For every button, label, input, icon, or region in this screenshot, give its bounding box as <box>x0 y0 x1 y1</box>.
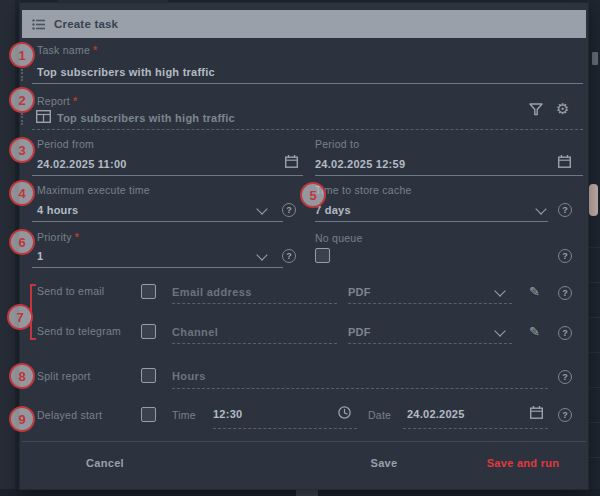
send-email-checkbox[interactable] <box>141 284 156 299</box>
report-underline <box>32 129 583 130</box>
max-execute-time-label: Maximum execute time <box>37 184 150 196</box>
period-from-underline <box>32 175 303 176</box>
period-from-label: Period from <box>37 138 94 150</box>
priority-underline <box>32 267 283 268</box>
channel-underline <box>172 343 337 344</box>
background-row-line <box>588 317 600 318</box>
max-execute-underline <box>32 221 283 222</box>
period-to-label: Period to <box>315 138 359 150</box>
telegram-format-select[interactable]: PDF <box>348 326 371 338</box>
split-report-checkbox[interactable] <box>141 368 156 383</box>
email-format-select[interactable]: PDF <box>348 286 371 298</box>
help-icon[interactable] <box>558 408 572 422</box>
help-icon[interactable] <box>282 203 296 217</box>
background-page-button <box>296 490 318 496</box>
send-telegram-label: Send to telegram <box>37 325 121 337</box>
send-email-label: Send to email <box>37 285 104 297</box>
help-icon[interactable] <box>558 249 572 263</box>
task-name-input[interactable]: Top subscribers with high traffic <box>37 66 215 78</box>
annotation-tail <box>21 113 23 125</box>
store-cache-select[interactable]: 7 days <box>315 204 351 216</box>
clock-icon[interactable] <box>338 406 351 419</box>
help-icon[interactable] <box>558 286 572 300</box>
no-queue-label: No queue <box>315 232 363 244</box>
annotation-6: 6 <box>9 229 35 255</box>
annotation-tail <box>21 69 23 81</box>
report-label: Report* <box>37 95 77 107</box>
period-to-underline <box>315 175 583 176</box>
background-row-line <box>588 247 600 248</box>
annotation-2: 2 <box>9 87 35 113</box>
annotation-4: 4 <box>9 180 35 206</box>
annotation-5: 5 <box>300 182 326 208</box>
max-execute-time-select[interactable]: 4 hours <box>37 204 78 216</box>
calendar-icon[interactable] <box>530 406 543 419</box>
annotation-9: 9 <box>9 406 35 432</box>
period-to-input[interactable]: 24.02.2025 12:59 <box>315 158 405 170</box>
annotation-3: 3 <box>9 137 35 163</box>
delayed-time-input[interactable]: 12:30 <box>213 408 242 420</box>
store-cache-label: Time to store cache <box>315 184 412 196</box>
time-underline <box>213 428 357 429</box>
screen: « ‹ 1 › » Export 100 Create task Task na… <box>0 0 600 496</box>
help-icon[interactable] <box>558 203 572 217</box>
time-label: Time <box>172 409 196 421</box>
dialog-titlebar[interactable]: Create task <box>22 10 586 38</box>
background-row-line <box>588 457 600 458</box>
hours-underline <box>172 388 548 389</box>
period-from-input[interactable]: 24.02.2025 11:00 <box>37 158 127 170</box>
channel-input[interactable]: Channel <box>172 326 218 338</box>
cancel-button[interactable]: Cancel <box>86 457 124 469</box>
annotation-8: 8 <box>9 363 35 389</box>
gear-icon[interactable] <box>556 101 569 116</box>
task-name-label: Task name* <box>37 44 97 56</box>
report-select[interactable]: Top subscribers with high traffic <box>57 112 235 124</box>
background-row-line <box>588 387 600 388</box>
background-row-line <box>588 352 600 353</box>
help-icon[interactable] <box>558 326 572 340</box>
background-fragment <box>592 52 598 65</box>
email-underline <box>172 303 337 304</box>
no-queue-checkbox[interactable] <box>315 248 330 263</box>
footer-divider <box>22 441 586 442</box>
save-button[interactable]: Save <box>371 457 398 469</box>
calendar-icon[interactable] <box>285 155 298 168</box>
edit-icon[interactable] <box>529 285 540 298</box>
table-icon <box>36 110 51 123</box>
hours-input[interactable]: Hours <box>172 370 206 382</box>
calendar-icon[interactable] <box>558 155 571 168</box>
send-telegram-checkbox[interactable] <box>141 324 156 339</box>
priority-select[interactable]: 1 <box>37 250 43 262</box>
save-and-run-button[interactable]: Save and run <box>487 457 560 469</box>
help-icon[interactable] <box>282 249 296 263</box>
priority-label: Priority* <box>37 231 79 243</box>
delayed-start-checkbox[interactable] <box>141 407 156 422</box>
filter-icon[interactable] <box>529 103 543 116</box>
background-row-line <box>588 282 600 283</box>
delayed-date-input[interactable]: 24.02.2025 <box>407 408 465 420</box>
annotation-1: 1 <box>9 42 35 68</box>
store-cache-underline <box>315 221 548 222</box>
email-address-input[interactable]: Email address <box>172 286 252 298</box>
split-report-label: Split report <box>37 370 91 382</box>
delayed-start-label: Delayed start <box>37 409 102 421</box>
edit-icon[interactable] <box>529 325 540 338</box>
list-icon <box>32 19 45 30</box>
email-format-underline <box>348 303 512 304</box>
date-label: Date <box>368 409 391 421</box>
help-icon[interactable] <box>558 370 572 384</box>
scrollbar-thumb[interactable] <box>589 184 598 216</box>
annotation-7: 7 <box>7 304 33 330</box>
dialog-title: Create task <box>54 18 118 30</box>
telegram-format-underline <box>348 343 512 344</box>
background-row-line <box>588 422 600 423</box>
date-underline <box>403 428 548 429</box>
task-name-underline <box>32 83 583 84</box>
